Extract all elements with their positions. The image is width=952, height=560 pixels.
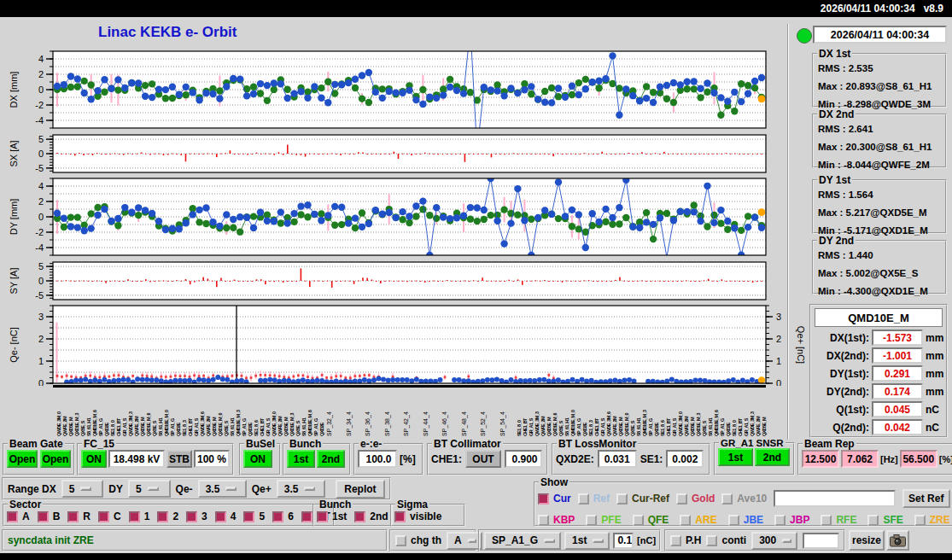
sy-plot: 50-5SY [A] [0, 260, 807, 301]
ee-ratio-field[interactable]: 100.0 [358, 450, 397, 468]
show-checkbox-rfe[interactable]: RFE [821, 514, 856, 526]
dx-plot: 420-2-4DX [mm] [0, 49, 807, 131]
bpm-label: SP_46_4 [441, 411, 447, 436]
extra-field[interactable] [803, 533, 839, 549]
bunch-1st-button[interactable]: 1st [287, 450, 315, 468]
points-dropdown[interactable]: 300 [751, 532, 797, 550]
monitor-row: DY(2nd):0.174mm [811, 382, 946, 400]
range-qem-dropdown[interactable]: 3.5 [198, 480, 247, 498]
busel-on-button[interactable]: ON [243, 450, 272, 468]
checkbox-icon [301, 511, 312, 522]
che1-value-field[interactable]: 0.900 [505, 450, 542, 468]
se1-label: SE1: [640, 453, 663, 465]
checkbox-icon [354, 511, 365, 522]
show-checkbox-gold[interactable]: Gold [676, 493, 715, 505]
chg-th-dropdown[interactable]: A [447, 532, 482, 550]
sector-checkbox-a[interactable]: A [7, 510, 30, 522]
show-checkbox-ref[interactable]: Ref [578, 493, 610, 505]
show-checkbox-cur-ref[interactable]: Cur-Ref [616, 493, 669, 505]
svg-text:2: 2 [38, 196, 44, 207]
qxd2e-value-field: 0.031 [598, 450, 637, 468]
range-dx-label: Range DX [8, 483, 56, 495]
svg-text:DX [mm]: DX [mm] [9, 72, 19, 108]
sector-checkbox-6[interactable]: 6 [272, 510, 294, 522]
checkbox-icon [157, 511, 168, 522]
show-checkbox-jbp[interactable]: JBP [774, 514, 809, 526]
show-checkbox-jbe[interactable]: JBE [728, 514, 763, 526]
bpm-label: SP_36_4 [365, 411, 371, 436]
svg-text:Qe- [nC]: Qe- [nC] [9, 327, 19, 363]
monitor-row: DX(2nd):-1.001mm [811, 347, 946, 365]
range-qep-dropdown[interactable]: 3.5 [277, 480, 325, 498]
show-checkbox-are[interactable]: ARE [680, 514, 716, 526]
svg-text:0: 0 [38, 276, 44, 286]
show-checkbox-cur[interactable]: Cur [538, 493, 571, 505]
camera-button[interactable] [886, 530, 909, 551]
set-ref-button[interactable]: Set Ref [902, 489, 950, 508]
conti-checkbox[interactable]: conti [706, 534, 746, 546]
checkbox-label: Gold [692, 493, 715, 505]
sector-checkbox-b[interactable]: B [38, 510, 61, 522]
show-checkbox-qfe[interactable]: QFE [633, 514, 669, 526]
gr-a1-2nd-button[interactable]: 2nd [755, 448, 790, 466]
checkbox-icon [538, 493, 549, 505]
threshold-field[interactable]: 0.1 [613, 533, 634, 549]
checkbox-label: ARE [695, 514, 716, 526]
show-checkbox-pfe[interactable]: PFE [586, 514, 621, 526]
sp-select-box: SP_A1_G 1st 0.1 [nC] [478, 529, 661, 551]
beam-rep-value1-field: 12.500 [802, 450, 839, 468]
fc15-stb-button[interactable]: STB [166, 450, 192, 468]
show-checkbox-kbp[interactable]: KBP [538, 514, 575, 526]
set-ref-input[interactable] [774, 490, 895, 507]
gr-a1-1st-button[interactable]: 1st [718, 448, 753, 466]
checkbox-icon [129, 511, 140, 522]
sector-checkbox-4[interactable]: 4 [215, 510, 237, 522]
monitor-row-unit: mm [926, 332, 948, 344]
sector-checkbox-2[interactable]: 2 [157, 510, 178, 522]
checkbox-label: Cur [553, 493, 571, 505]
fc15-group: FC_15 ON 18.498 kV STB 100 % [77, 438, 234, 475]
monitor-row-unit: mm [926, 350, 948, 362]
svg-text:2: 2 [38, 334, 44, 344]
beam-gate-open1-button[interactable]: Open [7, 450, 38, 468]
sp-bunch-dropdown[interactable]: 1st [564, 532, 610, 550]
ee-ratio-group: e-:e- 100.0 [%] [353, 438, 423, 475]
che1-out-button[interactable]: OUT [465, 450, 501, 468]
svg-text:-4: -4 [35, 115, 44, 125]
show-checkbox-sfe[interactable]: SFE [867, 514, 902, 526]
sector-checkbox-c[interactable]: C [98, 510, 121, 522]
sx-plot: 50-5SX [A] [0, 133, 807, 174]
stats-row: Max : 5.217@QXD5E_M [816, 204, 943, 222]
sigma-checkbox-visible[interactable]: visible [394, 510, 441, 522]
sector-checkbox-5[interactable]: 5 [243, 510, 265, 522]
show-checkbox-zre[interactable]: ZRE [914, 514, 950, 526]
bpm-label: SP_44_4 [423, 411, 429, 436]
sp-dropdown[interactable]: SP_A1_G [484, 532, 561, 550]
bunch-show-checkbox-2nd[interactable]: 2nd [354, 510, 388, 522]
sector-checkbox-1[interactable]: 1 [129, 510, 150, 522]
svg-text:0: 0 [38, 85, 44, 95]
range-dy-dropdown[interactable]: 5 [128, 480, 171, 498]
sector-checkbox-r[interactable]: R [67, 510, 91, 522]
show-checkbox-ave10[interactable]: Ave10 [721, 493, 767, 505]
che1-label: CHE1: [431, 453, 462, 465]
monitor-row-value: 0.291 [872, 365, 923, 382]
bunch-2nd-button[interactable]: 2nd [317, 450, 345, 468]
range-qem-label: Qe- [176, 483, 193, 495]
beam-gate-open2-button[interactable]: Open [40, 450, 71, 468]
chg-th-checkbox[interactable]: chg th [395, 534, 441, 546]
fc15-on-button[interactable]: ON [81, 450, 107, 468]
replot-button[interactable]: Replot [336, 480, 385, 499]
bpm-label: SP_38_4 [384, 411, 390, 436]
ph-checkbox[interactable]: P.H [670, 534, 701, 546]
sector-checkbox-3[interactable]: 3 [186, 510, 207, 522]
range-dx-dropdown[interactable]: 5 [61, 480, 104, 498]
beam-gate-group: Beam Gate Open Open [3, 438, 75, 475]
checkbox-label: QFE [648, 514, 669, 526]
svg-text:2: 2 [776, 334, 781, 344]
checkbox-icon [914, 515, 926, 526]
resize-button[interactable]: resize [849, 530, 885, 551]
option-menu-icon [304, 487, 315, 491]
sigma-group: Sigma visible [390, 499, 465, 527]
bunch-show-checkbox-1st[interactable]: 1st [317, 510, 347, 522]
